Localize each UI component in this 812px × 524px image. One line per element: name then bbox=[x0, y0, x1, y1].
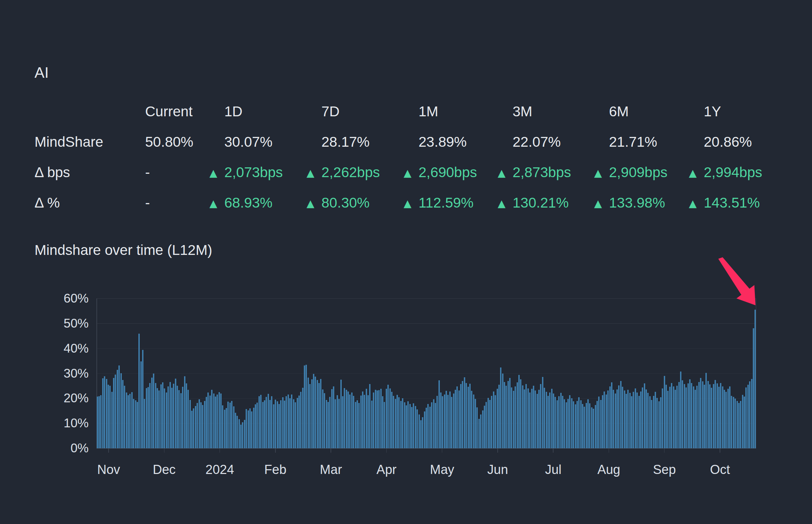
mindshare-bar[interactable] bbox=[171, 388, 173, 448]
mindshare-bar[interactable] bbox=[580, 400, 582, 448]
mindshare-bar[interactable] bbox=[200, 402, 202, 448]
mindshare-bar[interactable] bbox=[168, 387, 169, 448]
mindshare-bar[interactable] bbox=[509, 378, 511, 448]
mindshare-bar[interactable] bbox=[651, 400, 652, 448]
mindshare-bar[interactable] bbox=[184, 376, 186, 448]
mindshare-bar[interactable] bbox=[424, 411, 425, 448]
mindshare-bar[interactable] bbox=[713, 384, 714, 448]
mindshare-bar[interactable] bbox=[455, 390, 456, 448]
mindshare-bar[interactable] bbox=[297, 398, 298, 448]
mindshare-bar[interactable] bbox=[255, 404, 256, 448]
mindshare-bar[interactable] bbox=[537, 394, 538, 448]
mindshare-bar[interactable] bbox=[553, 393, 554, 448]
mindshare-bar[interactable] bbox=[557, 400, 558, 448]
mindshare-bar[interactable] bbox=[475, 399, 476, 448]
mindshare-bar[interactable] bbox=[353, 396, 354, 448]
mindshare-bar[interactable] bbox=[366, 389, 367, 448]
mindshare-bar[interactable] bbox=[147, 387, 149, 448]
mindshare-bar[interactable] bbox=[480, 414, 481, 448]
mindshare-bar[interactable] bbox=[589, 403, 590, 448]
mindshare-bar[interactable] bbox=[675, 390, 676, 448]
mindshare-bar[interactable] bbox=[497, 389, 498, 448]
mindshare-bar[interactable] bbox=[157, 388, 158, 448]
mindshare-bar[interactable] bbox=[220, 393, 222, 448]
mindshare-bar[interactable] bbox=[587, 399, 589, 448]
mindshare-bar[interactable] bbox=[511, 388, 512, 448]
mindshare-bar[interactable] bbox=[495, 395, 496, 448]
mindshare-bar[interactable] bbox=[489, 400, 491, 448]
mindshare-bar[interactable] bbox=[104, 376, 105, 448]
mindshare-bar[interactable] bbox=[542, 377, 543, 448]
mindshare-bar[interactable] bbox=[256, 403, 258, 448]
mindshare-bar[interactable] bbox=[371, 400, 372, 448]
mindshare-bar[interactable] bbox=[138, 334, 140, 448]
mindshare-bar[interactable] bbox=[529, 393, 530, 448]
mindshare-bar[interactable] bbox=[722, 387, 723, 448]
mindshare-bar[interactable] bbox=[695, 390, 696, 448]
mindshare-bar[interactable] bbox=[439, 380, 440, 448]
mindshare-bar[interactable] bbox=[435, 403, 436, 448]
mindshare-bar[interactable] bbox=[244, 420, 245, 448]
mindshare-bar[interactable] bbox=[133, 399, 134, 448]
mindshare-bar[interactable] bbox=[360, 395, 362, 448]
mindshare-bar[interactable] bbox=[715, 380, 716, 448]
mindshare-bar[interactable] bbox=[318, 383, 320, 448]
mindshare-bar[interactable] bbox=[329, 397, 331, 448]
mindshare-bar[interactable] bbox=[747, 385, 749, 448]
mindshare-bar[interactable] bbox=[571, 398, 572, 448]
mindshare-bar[interactable] bbox=[213, 393, 214, 448]
mindshare-bar[interactable] bbox=[177, 386, 178, 448]
mindshare-bar[interactable] bbox=[642, 388, 643, 448]
mindshare-bar[interactable] bbox=[586, 403, 587, 448]
mindshare-bar[interactable] bbox=[115, 375, 116, 448]
mindshare-bar[interactable] bbox=[685, 388, 687, 448]
mindshare-bar[interactable] bbox=[251, 411, 252, 448]
mindshare-bar[interactable] bbox=[500, 367, 501, 448]
mindshare-bar[interactable] bbox=[649, 396, 651, 448]
mindshare-bar[interactable] bbox=[575, 404, 576, 448]
mindshare-bar[interactable] bbox=[111, 392, 113, 448]
mindshare-bar[interactable] bbox=[504, 382, 505, 448]
mindshare-bar[interactable] bbox=[604, 392, 605, 448]
mindshare-bar[interactable] bbox=[108, 385, 109, 448]
mindshare-bar[interactable] bbox=[217, 394, 218, 448]
mindshare-bar[interactable] bbox=[564, 399, 565, 448]
mindshare-bar[interactable] bbox=[235, 413, 236, 448]
mindshare-bar[interactable] bbox=[338, 399, 340, 448]
mindshare-bar[interactable] bbox=[533, 386, 534, 448]
mindshare-bar[interactable] bbox=[738, 403, 739, 448]
mindshare-bar[interactable] bbox=[129, 394, 131, 448]
mindshare-bar[interactable] bbox=[664, 376, 665, 448]
mindshare-bar[interactable] bbox=[558, 396, 560, 448]
mindshare-bar[interactable] bbox=[462, 381, 463, 448]
mindshare-bar[interactable] bbox=[295, 402, 296, 448]
mindshare-bar[interactable] bbox=[100, 395, 101, 448]
mindshare-bar[interactable] bbox=[754, 310, 756, 448]
mindshare-bar[interactable] bbox=[449, 392, 451, 448]
mindshare-bar[interactable] bbox=[555, 397, 556, 448]
mindshare-bar[interactable] bbox=[508, 381, 509, 448]
mindshare-bar[interactable] bbox=[182, 387, 184, 448]
mindshare-bar[interactable] bbox=[400, 401, 402, 448]
mindshare-bar[interactable] bbox=[240, 425, 242, 448]
mindshare-bar[interactable] bbox=[416, 409, 418, 448]
mindshare-bar[interactable] bbox=[724, 390, 725, 448]
mindshare-bar[interactable] bbox=[386, 389, 387, 448]
mindshare-bar[interactable] bbox=[751, 379, 752, 448]
mindshare-bar[interactable] bbox=[144, 399, 145, 448]
mindshare-bar[interactable] bbox=[704, 385, 705, 448]
mindshare-bar[interactable] bbox=[484, 406, 485, 448]
mindshare-bar[interactable] bbox=[669, 387, 671, 448]
mindshare-bar[interactable] bbox=[618, 386, 620, 448]
mindshare-bar[interactable] bbox=[426, 408, 427, 448]
mindshare-bar[interactable] bbox=[137, 402, 138, 448]
mindshare-bar[interactable] bbox=[389, 389, 391, 448]
mindshare-bar[interactable] bbox=[375, 390, 376, 448]
mindshare-bar[interactable] bbox=[377, 391, 378, 448]
mindshare-bar[interactable] bbox=[140, 361, 142, 448]
mindshare-bar[interactable] bbox=[142, 350, 143, 448]
mindshare-bar[interactable] bbox=[242, 422, 243, 448]
mindshare-bar[interactable] bbox=[173, 384, 174, 448]
mindshare-bar[interactable] bbox=[687, 383, 689, 448]
mindshare-bar[interactable] bbox=[700, 378, 701, 448]
